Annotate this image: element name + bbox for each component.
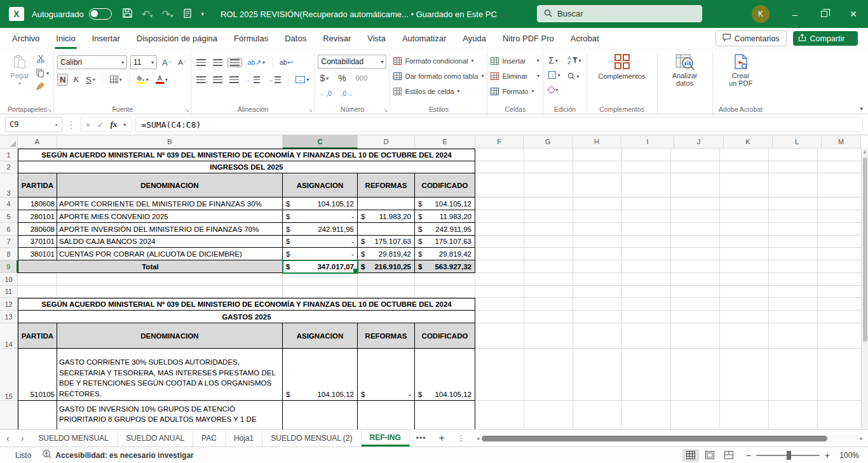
cell-a14[interactable]: PARTIDA: [18, 323, 57, 349]
column-header-e[interactable]: E: [415, 135, 475, 149]
cell-a8[interactable]: 380101: [18, 248, 57, 260]
empty-cells[interactable]: [475, 286, 868, 298]
row-header-7[interactable]: 7: [0, 236, 18, 248]
cell-b14[interactable]: DENOMINACION: [57, 323, 283, 349]
sheet-tab-sueldo-anual[interactable]: SUELDO ANUAL: [118, 430, 193, 446]
autosave-control[interactable]: Autoguardado: [32, 8, 112, 20]
share-button[interactable]: Compartir ▾: [793, 31, 858, 46]
font-name-combo[interactable]: Calibri▾: [57, 55, 127, 69]
bold-button[interactable]: N: [57, 74, 68, 86]
empty-cells[interactable]: [475, 161, 868, 173]
cell-c9-selected[interactable]: $347.017,07: [283, 260, 358, 273]
scroll-up-icon[interactable]: ▲: [863, 149, 867, 155]
row-header-14[interactable]: 14: [0, 323, 18, 349]
cell-d8[interactable]: $29.819,42: [358, 248, 415, 260]
restore-button[interactable]: [810, 0, 839, 28]
cell-a4[interactable]: 180608: [18, 198, 57, 210]
cell-d10[interactable]: [358, 273, 415, 286]
delete-cells-button[interactable]: Eliminar▾: [491, 70, 539, 81]
tab-vista[interactable]: Vista: [359, 28, 394, 49]
cell-c16[interactable]: [283, 401, 358, 429]
cell-c6[interactable]: $242.911,95: [283, 223, 358, 236]
percent-format-icon[interactable]: %: [336, 72, 348, 84]
cell-b4[interactable]: APORTE CORRIENTE DEL MINISTERIO DE FINAN…: [57, 198, 283, 210]
row-header-11[interactable]: 11: [0, 286, 18, 298]
align-top-icon[interactable]: [194, 58, 208, 67]
tab-acrobat[interactable]: Acrobat: [562, 28, 607, 49]
cell-b3[interactable]: DENOMINACION: [57, 173, 283, 198]
align-left-icon[interactable]: [194, 76, 208, 84]
cell-e6[interactable]: $242.911,95: [415, 223, 475, 236]
format-painter-icon[interactable]: [36, 82, 49, 91]
cell-d5[interactable]: $11.983,20: [358, 210, 415, 223]
tab-inicio[interactable]: Inicio: [48, 28, 83, 49]
cell-e16[interactable]: [415, 401, 475, 429]
decrease-decimal-icon[interactable]: ,0→: [339, 90, 355, 98]
cell-c3[interactable]: ASIGNACION: [283, 173, 358, 198]
conditional-format-button[interactable]: Formato condicional▾: [393, 55, 484, 66]
cell-b5[interactable]: APORTE MIES CONVENIO 2025: [57, 210, 283, 223]
cell-d9[interactable]: $216.910,25: [358, 260, 415, 273]
sheet-tab-ref-ing-active[interactable]: REF-ING: [362, 430, 410, 446]
row-header-6[interactable]: 6: [0, 223, 18, 236]
page-break-view-icon[interactable]: [721, 449, 737, 462]
minimize-button[interactable]: –: [780, 0, 810, 28]
row-header-3[interactable]: 3: [0, 173, 18, 198]
align-middle-icon[interactable]: [211, 58, 224, 67]
zoom-in-icon[interactable]: +: [825, 450, 830, 460]
column-header-g[interactable]: G: [524, 135, 573, 149]
addins-button[interactable]: Complementos: [590, 52, 654, 104]
empty-cells[interactable]: [475, 210, 868, 223]
status-mode[interactable]: Listo: [0, 451, 43, 460]
cell-d14[interactable]: REFORMAS: [358, 323, 415, 349]
tab-insertar[interactable]: Insertar: [84, 28, 128, 49]
row-header-15[interactable]: 15: [0, 349, 18, 401]
number-format-combo[interactable]: Contabilidad▾: [318, 55, 386, 69]
format-as-table-button[interactable]: Dar formato como tabla▾: [393, 70, 484, 81]
cell-a15[interactable]: 510105: [18, 349, 57, 401]
row-header-2[interactable]: 2: [0, 161, 18, 173]
cell-d16[interactable]: [358, 401, 415, 429]
cell-a11[interactable]: [18, 286, 57, 298]
cell-c10[interactable]: [283, 273, 358, 286]
paste-button[interactable]: Pegar ▾: [4, 52, 35, 104]
underline-button[interactable]: S▾: [84, 74, 97, 85]
cell-b16[interactable]: GASTO DE INVERSION 10% GRUPOS DE ATENCIÓ…: [57, 401, 283, 429]
empty-cells[interactable]: [475, 298, 868, 311]
empty-cells[interactable]: [475, 236, 868, 248]
normal-view-icon[interactable]: [682, 449, 699, 462]
cut-icon[interactable]: [36, 55, 49, 64]
insert-cells-button[interactable]: Insertar▾: [491, 55, 539, 66]
column-header-j[interactable]: J: [674, 135, 724, 149]
cell-a13-subtitle[interactable]: GASTOS 2025: [18, 311, 475, 323]
print-preview-icon[interactable]: [182, 8, 193, 20]
cancel-icon[interactable]: ×: [86, 120, 91, 130]
column-header-d[interactable]: D: [358, 135, 415, 149]
prev-sheet-icon[interactable]: ‹: [6, 433, 10, 443]
empty-cells[interactable]: [475, 198, 868, 210]
orientation-icon[interactable]: ab↗▾: [245, 58, 266, 67]
scroll-left-icon[interactable]: ◂: [477, 435, 480, 441]
zoom-percentage[interactable]: 100%: [835, 451, 859, 460]
dialog-launcher-alineacion[interactable]: ↘: [308, 107, 313, 113]
row-header-10[interactable]: 10: [0, 273, 18, 286]
format-cells-button[interactable]: Formato▾: [491, 86, 539, 97]
tabbar-options-icon[interactable]: ⋮: [451, 430, 471, 446]
cell-a10[interactable]: [18, 273, 57, 286]
name-box-dropdown-icon[interactable]: ▾: [55, 122, 58, 128]
next-sheet-icon[interactable]: ›: [21, 433, 24, 443]
cell-c11[interactable]: [283, 286, 358, 298]
empty-cells[interactable]: [475, 173, 868, 198]
row-header-8[interactable]: 8: [0, 248, 18, 260]
tab-disposicion[interactable]: Disposición de página: [128, 28, 226, 49]
column-header-c[interactable]: C: [283, 135, 358, 149]
dialog-launcher-clipboard[interactable]: ↘: [47, 107, 51, 113]
zoom-slider[interactable]: [756, 455, 820, 456]
cell-e9[interactable]: $563.927,32: [415, 260, 475, 273]
empty-cells[interactable]: [475, 273, 868, 286]
create-pdf-button[interactable]: Crearun PDF: [716, 52, 766, 104]
align-right-icon[interactable]: [227, 76, 241, 84]
scroll-right-icon[interactable]: ▸: [860, 435, 863, 441]
dialog-launcher-fuente[interactable]: ↘: [185, 107, 189, 113]
copy-icon[interactable]: ▾: [36, 69, 49, 77]
